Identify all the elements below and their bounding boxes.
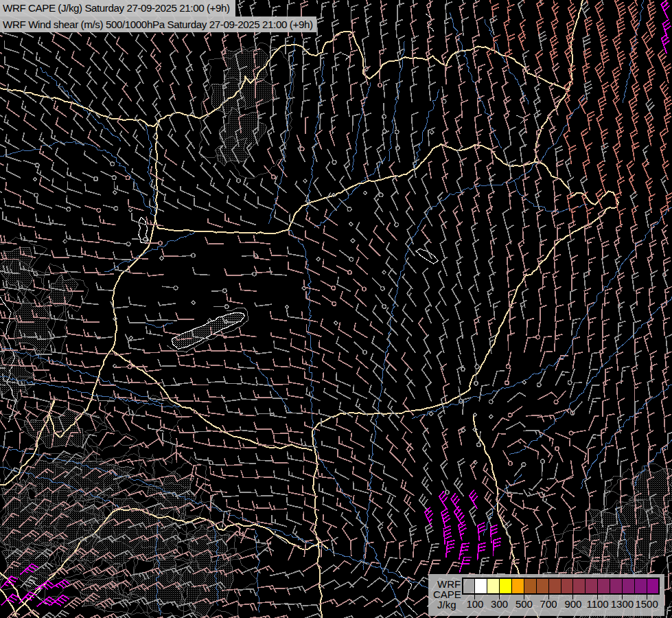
svg-text:WRF Wind shear (m/s) 500/1000h: WRF Wind shear (m/s) 500/1000hPa Saturda…: [3, 19, 313, 30]
svg-text:700: 700: [540, 598, 557, 610]
svg-text:J/kg: J/kg: [437, 599, 456, 610]
svg-text:WRF CAPE (J/kg) Saturday 27-09: WRF CAPE (J/kg) Saturday 27-09-2025 21:0…: [3, 2, 230, 14]
svg-text:500: 500: [515, 598, 533, 610]
svg-text:1500: 1500: [635, 598, 658, 610]
svg-text:300: 300: [491, 598, 508, 610]
svg-text:1100: 1100: [586, 598, 608, 610]
svg-text:1300: 1300: [611, 598, 634, 610]
svg-text:100: 100: [466, 598, 483, 610]
svg-text:900: 900: [564, 598, 581, 610]
